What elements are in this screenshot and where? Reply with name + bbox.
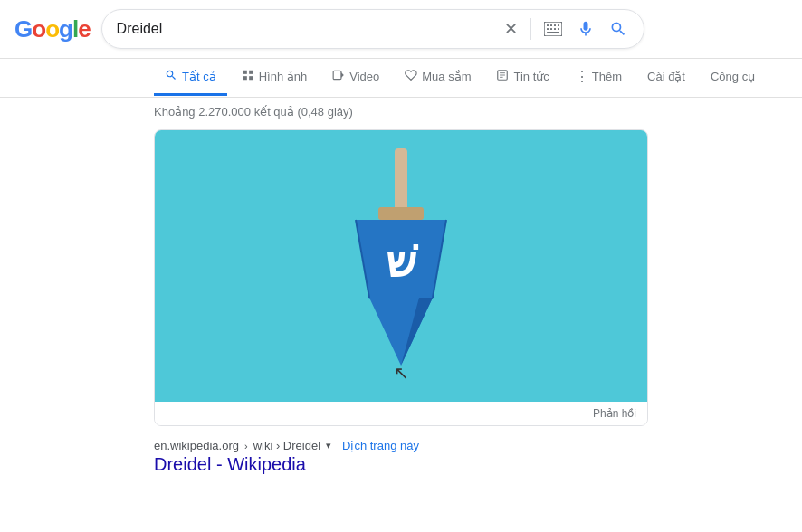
keyboard-button[interactable] xyxy=(542,20,564,38)
search-bar: Dreidel ✕ xyxy=(101,9,644,49)
clear-button[interactable]: ✕ xyxy=(502,17,520,41)
divider xyxy=(530,18,531,40)
svg-rect-12 xyxy=(243,76,246,80)
tab-all[interactable]: Tất cả xyxy=(154,60,227,96)
dropdown-arrow-icon[interactable]: ▾ xyxy=(326,440,331,451)
tools-link[interactable]: Công cụ xyxy=(700,61,766,95)
svg-rect-4 xyxy=(558,24,559,26)
settings-link[interactable]: Cài đặt xyxy=(636,61,696,95)
svg-marker-15 xyxy=(341,72,344,78)
search-submit-button[interactable] xyxy=(607,18,629,40)
results-count: Khoảng 2.270.000 kết quả (0,48 giây) xyxy=(0,98,802,129)
feedback-link[interactable]: Phản hồi xyxy=(593,407,636,420)
result-domain: en.wikipedia.org xyxy=(154,439,239,452)
tab-video[interactable]: Video xyxy=(321,60,390,96)
svg-rect-8 xyxy=(558,28,559,30)
dreidel-svg: שׁ xyxy=(329,148,473,384)
svg-rect-6 xyxy=(550,28,552,30)
featured-block: שׁ ↖ Phản hồi xyxy=(154,129,648,426)
svg-rect-11 xyxy=(249,71,253,74)
feedback-bar: Phản hồi xyxy=(155,402,647,425)
svg-rect-5 xyxy=(547,28,549,30)
breadcrumb-arrow: › xyxy=(244,441,248,451)
tab-more[interactable]: ⋮ Thêm xyxy=(564,59,633,97)
images-tab-icon xyxy=(242,69,254,84)
svg-rect-3 xyxy=(554,24,556,26)
svg-rect-10 xyxy=(243,71,246,74)
svg-rect-2 xyxy=(550,24,552,26)
result-title[interactable]: Dreidel - Wikipedia xyxy=(154,454,648,475)
mic-button[interactable] xyxy=(575,18,597,40)
news-tab-icon xyxy=(496,69,509,84)
dreidel-image: שׁ ↖ xyxy=(155,130,647,402)
svg-rect-13 xyxy=(249,76,253,80)
svg-rect-14 xyxy=(333,71,341,79)
tab-images[interactable]: Hình ảnh xyxy=(231,60,319,96)
svg-rect-21 xyxy=(378,207,424,220)
svg-rect-9 xyxy=(547,32,559,33)
search-input[interactable]: Dreidel xyxy=(117,21,502,37)
svg-rect-7 xyxy=(554,28,556,30)
result-url: en.wikipedia.org › wiki › Dreidel ▾ Dịch… xyxy=(154,439,648,452)
video-tab-icon xyxy=(332,69,345,84)
search-result: en.wikipedia.org › wiki › Dreidel ▾ Dịch… xyxy=(154,439,648,475)
svg-text:שׁ: שׁ xyxy=(386,238,419,286)
header: Google Dreidel ✕ xyxy=(0,0,802,59)
shopping-tab-icon xyxy=(405,69,417,84)
google-logo[interactable]: Google xyxy=(14,15,91,43)
tab-shopping[interactable]: Mua sắm xyxy=(394,60,482,96)
translate-link[interactable]: Dịch trang này xyxy=(342,439,419,452)
nav-tabs: Tất cả Hình ảnh Video Mua sắm Tin tức ⋮ … xyxy=(0,59,802,98)
more-dots-icon: ⋮ xyxy=(575,68,589,85)
tab-news[interactable]: Tin tức xyxy=(485,60,559,96)
svg-rect-1 xyxy=(547,24,549,26)
result-path: wiki › Dreidel xyxy=(253,439,320,452)
search-tab-icon xyxy=(165,69,177,84)
search-icons: ✕ xyxy=(502,17,629,41)
svg-rect-20 xyxy=(395,148,407,212)
